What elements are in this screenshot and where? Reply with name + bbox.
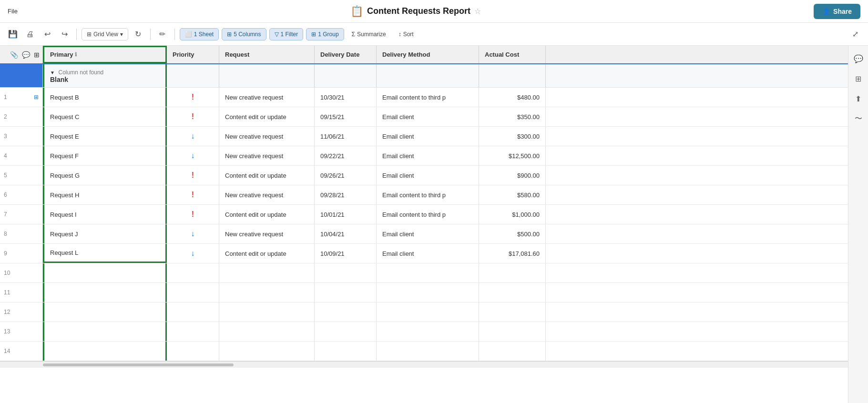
filter-icon: ▽ [275, 31, 279, 38]
app-title: Content Requests Report [367, 6, 470, 16]
redo-button[interactable]: ↪ [57, 27, 71, 41]
cell-primary-empty[interactable] [43, 263, 167, 282]
row-expand-icon[interactable]: ⊞ [34, 94, 39, 101]
refresh-button[interactable]: ↻ [131, 27, 145, 41]
row-number: 1 [4, 94, 7, 101]
file-menu[interactable]: File [8, 8, 18, 15]
sheet-icon: ⬜ [185, 31, 192, 38]
cell-primary-empty[interactable] [43, 302, 167, 322]
column-header-delivery-method[interactable]: Delivery Method [377, 46, 479, 63]
cell-primary-empty[interactable] [43, 342, 167, 361]
table-row: 9 Request L ↓ Content edit or update 10/… [0, 244, 848, 263]
group-cell-primary[interactable]: ▼ Column not found Blank [43, 64, 167, 87]
cell-actual-cost: $500.00 [479, 224, 546, 243]
summarize-button[interactable]: Σ Summarize [347, 29, 391, 40]
cell-delivery-date: 10/01/21 [315, 205, 377, 224]
cell-actual-cost: $480.00 [479, 88, 546, 107]
cell-delivery-method: Email content to third p [377, 185, 479, 204]
row-number: 10 [4, 270, 10, 276]
table-row: 2 Request C ! Content edit or update 09/… [0, 107, 848, 127]
cell-request: New creative request [219, 224, 315, 243]
spreadsheet-container[interactable]: 📎 💬 ⊞ Primary ℹ Priority Request Deliver… [0, 46, 848, 403]
cell-request: Content edit or update [219, 166, 315, 185]
right-sidebar: 💬 ⊞ ⬆ 〜 [848, 46, 868, 403]
table-row: 4 Request F ↓ New creative request 09/22… [0, 146, 848, 166]
comment-icon: 💬 [22, 51, 30, 59]
cell-primary[interactable]: Request E [43, 127, 167, 146]
cell-delivery-date: 10/30/21 [315, 88, 377, 107]
row-number: 5 [4, 172, 7, 179]
column-header-priority[interactable]: Priority [167, 46, 219, 63]
sort-icon: ↕ [398, 31, 401, 38]
column-header-actual-cost[interactable]: Actual Cost [479, 46, 546, 63]
share-button[interactable]: 👤 Share [814, 4, 860, 19]
cell-priority-empty [167, 302, 219, 322]
cell-priority: ! [167, 88, 219, 107]
sheet-button[interactable]: ⬜ 1 Sheet [180, 28, 219, 40]
column-header-primary[interactable]: Primary ℹ [43, 46, 167, 63]
filter-button[interactable]: ▽ 1 Filter [269, 28, 304, 40]
cell-priority: ↓ [167, 224, 219, 243]
top-bar-left: File [8, 8, 18, 15]
group-button[interactable]: ⊞ 1 Group [306, 28, 344, 40]
cell-primary[interactable]: Request B [43, 88, 167, 107]
cell-primary-empty[interactable] [43, 322, 167, 341]
row-number: 9 [4, 250, 7, 257]
cell-delivery-method: Email content to third p [377, 88, 479, 107]
cell-priority-empty [167, 342, 219, 361]
row-number: 3 [4, 133, 7, 140]
horizontal-scroll[interactable] [0, 361, 848, 368]
share-person-icon: 👤 [822, 8, 830, 15]
toolbar: 💾 🖨 ↩ ↪ ⊞ Grid View ▾ ↻ ✏ ⬜ 1 Sheet ⊞ 5 … [0, 23, 868, 46]
grid-view-button[interactable]: ⊞ Grid View ▾ [82, 28, 128, 40]
cell-request-empty [219, 342, 315, 361]
column-not-found-label: ▼ Column not found [50, 69, 103, 76]
columns-button[interactable]: ⊞ 5 Columns [222, 28, 266, 40]
cell-delivery-method: Email client [377, 107, 479, 126]
print-button[interactable]: 🖨 [23, 27, 37, 41]
sort-button[interactable]: ↕ Sort [394, 29, 419, 40]
priority-low-icon: ↓ [191, 151, 195, 160]
grid-icon: ⊞ [87, 31, 92, 38]
cell-delivery-date-empty [315, 302, 377, 322]
pencil-button[interactable]: ✏ [155, 27, 170, 41]
cell-priority: ! [167, 107, 219, 126]
cell-priority: ! [167, 166, 219, 185]
h-scroll-bar[interactable] [43, 363, 234, 366]
expand-button[interactable]: ⤢ [848, 27, 862, 41]
cell-primary[interactable]: Request L [43, 244, 167, 263]
undo-button[interactable]: ↩ [40, 27, 54, 41]
group-row: ▼ Column not found Blank [0, 64, 848, 88]
blank-label: Blank [50, 76, 68, 83]
cell-priority: ↓ [167, 146, 219, 165]
cell-delivery-date: 09/15/21 [315, 107, 377, 126]
cell-delivery-method-empty [377, 322, 479, 341]
column-header-delivery-date[interactable]: Delivery Date [315, 46, 377, 63]
sidebar-activity-icon[interactable]: 〜 [851, 111, 866, 126]
sidebar-layers-icon[interactable]: ⊞ [851, 71, 866, 86]
cell-primary[interactable]: Request I [43, 205, 167, 224]
toolbar-divider-3 [174, 29, 175, 40]
cell-primary[interactable]: Request H [43, 185, 167, 204]
sidebar-upload-icon[interactable]: ⬆ [851, 91, 866, 106]
cell-primary[interactable]: Request J [43, 224, 167, 243]
triangle-icon: ▼ [50, 70, 55, 75]
star-icon[interactable]: ☆ [474, 7, 481, 16]
cell-primary[interactable]: Request C [43, 107, 167, 126]
data-rows-container: 1 ⊞ Request B ! New creative request 10/… [0, 88, 848, 263]
sidebar-comment-icon[interactable]: 💬 [851, 51, 866, 66]
cell-actual-cost-empty [479, 342, 546, 361]
row-number: 4 [4, 152, 7, 159]
column-header-request[interactable]: Request [219, 46, 315, 63]
cell-primary-empty[interactable] [43, 283, 167, 302]
info-icon[interactable]: ℹ [75, 51, 77, 58]
toolbar-divider-2 [150, 29, 151, 40]
top-bar-center: 📋 Content Requests Report ☆ [350, 5, 481, 18]
table-row: 5 Request G ! Content edit or update 09/… [0, 166, 848, 185]
cell-primary[interactable]: Request G [43, 166, 167, 185]
cell-primary[interactable]: Request F [43, 146, 167, 165]
cell-delivery-date: 09/26/21 [315, 166, 377, 185]
group-cell-priority [167, 64, 219, 87]
row-number: 12 [4, 309, 10, 315]
save-button[interactable]: 💾 [6, 27, 20, 41]
